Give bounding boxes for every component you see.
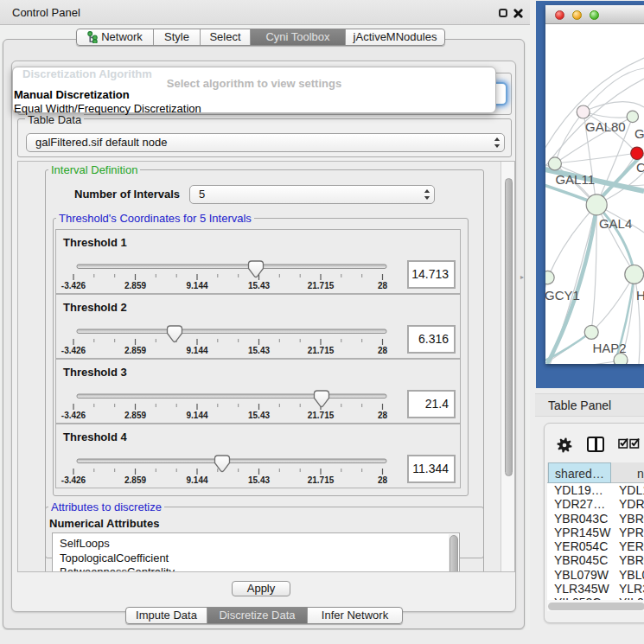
svg-text:-3.426: -3.426 bbox=[61, 346, 86, 355]
svg-text:HAP2: HAP2 bbox=[592, 341, 626, 355]
svg-text:9.144: 9.144 bbox=[186, 281, 207, 290]
svg-text:GAL80: GAL80 bbox=[585, 119, 626, 134]
svg-text:2.859: 2.859 bbox=[124, 411, 146, 420]
svg-text:-3.426: -3.426 bbox=[61, 475, 86, 485]
svg-text:15.43: 15.43 bbox=[248, 346, 270, 355]
svg-text:15.43: 15.43 bbox=[248, 281, 270, 290]
svg-text:21.715: 21.715 bbox=[308, 411, 335, 420]
svg-text:15.43: 15.43 bbox=[248, 411, 270, 420]
svg-text:2.859: 2.859 bbox=[124, 475, 146, 485]
svg-text:-3.426: -3.426 bbox=[61, 411, 86, 420]
svg-text:28: 28 bbox=[378, 475, 388, 485]
svg-text:28: 28 bbox=[378, 411, 388, 420]
svg-text:GCY1: GCY1 bbox=[545, 288, 580, 303]
svg-text:21.715: 21.715 bbox=[308, 281, 335, 290]
svg-text:G: G bbox=[634, 126, 644, 141]
svg-text:28: 28 bbox=[378, 346, 388, 355]
svg-text:9.144: 9.144 bbox=[186, 411, 207, 420]
svg-text:21.715: 21.715 bbox=[308, 475, 335, 485]
svg-text:28: 28 bbox=[378, 281, 388, 290]
svg-text:-3.426: -3.426 bbox=[61, 281, 86, 290]
svg-text:2.859: 2.859 bbox=[124, 346, 146, 355]
svg-text:GAL4: GAL4 bbox=[599, 216, 632, 231]
svg-text:GAL11: GAL11 bbox=[555, 172, 595, 187]
svg-text:H: H bbox=[636, 288, 644, 303]
svg-text:2.859: 2.859 bbox=[124, 281, 146, 290]
svg-text:9.144: 9.144 bbox=[186, 346, 207, 355]
svg-text:C: C bbox=[636, 160, 644, 175]
svg-text:21.715: 21.715 bbox=[308, 346, 335, 355]
svg-text:15.43: 15.43 bbox=[248, 475, 270, 485]
svg-text:9.144: 9.144 bbox=[186, 475, 207, 485]
